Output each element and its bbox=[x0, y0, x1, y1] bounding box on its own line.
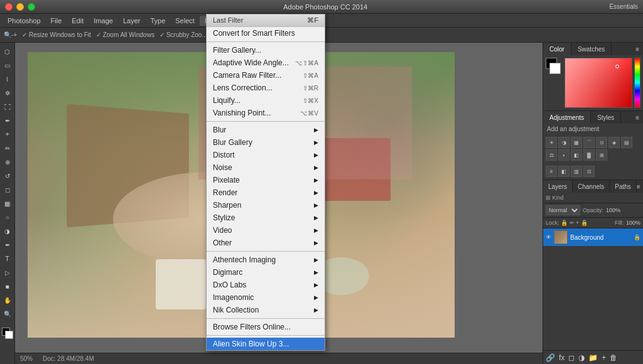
menu-vanishing-point[interactable]: Vanishing Point... ⌥⌘V bbox=[207, 107, 325, 119]
menu-video[interactable]: Video ▶ bbox=[207, 224, 325, 237]
menu-edit[interactable]: Edit bbox=[67, 16, 89, 26]
tab-adjustments[interactable]: Adjustments bbox=[543, 111, 591, 124]
tab-styles[interactable]: Styles bbox=[591, 111, 621, 124]
maximize-button[interactable] bbox=[28, 3, 35, 11]
menu-image[interactable]: Image bbox=[89, 16, 118, 26]
fg-bg-swatch[interactable] bbox=[546, 58, 562, 74]
color-panel-menu[interactable]: ≡ bbox=[635, 46, 643, 53]
menu-alien-skin[interactable]: Alien Skin Blow Up 3... bbox=[207, 338, 325, 350]
tool-type[interactable]: T bbox=[1, 252, 14, 265]
adj-bw[interactable]: ▪ bbox=[558, 149, 570, 161]
menu-layer[interactable]: Layer bbox=[118, 16, 146, 26]
tab-swatches[interactable]: Swatches bbox=[571, 43, 612, 55]
blend-mode-select[interactable]: Normal bbox=[546, 205, 580, 215]
tool-path-select[interactable]: ▷ bbox=[1, 266, 14, 279]
menu-file[interactable]: File bbox=[46, 16, 67, 26]
adj-exposure[interactable]: ⊙ bbox=[596, 137, 607, 148]
menu-convert-smart[interactable]: Convert for Smart Filters bbox=[207, 27, 325, 40]
menu-distort[interactable]: Distort ▶ bbox=[207, 149, 325, 161]
fg-bg-colors[interactable] bbox=[2, 328, 13, 339]
layers-adj-icon[interactable]: ◑ bbox=[578, 353, 585, 362]
layers-mask-icon[interactable]: ◻ bbox=[568, 353, 575, 362]
menu-dxo[interactable]: DxO Labs ▶ bbox=[207, 279, 325, 291]
tool-gradient[interactable]: ▦ bbox=[1, 197, 14, 210]
menu-type[interactable]: Type bbox=[145, 16, 170, 26]
layer-visibility-eye[interactable]: 👁 bbox=[546, 234, 551, 240]
layers-delete-icon[interactable]: 🗑 bbox=[610, 353, 617, 362]
menu-pixelate[interactable]: Pixelate ▶ bbox=[207, 174, 325, 186]
tab-channels[interactable]: Channels bbox=[573, 180, 610, 193]
menu-noise[interactable]: Noise ▶ bbox=[207, 161, 325, 174]
tool-hand[interactable]: ✋ bbox=[1, 294, 14, 306]
layers-link-icon[interactable]: 🔗 bbox=[546, 353, 555, 362]
tool-move[interactable]: ⬡ bbox=[1, 45, 14, 58]
menu-render[interactable]: Render ▶ bbox=[207, 186, 325, 199]
tool-crop[interactable]: ⛶ bbox=[1, 100, 14, 113]
tool-dodge[interactable]: ◑ bbox=[1, 225, 14, 237]
adj-threshold[interactable]: ◧ bbox=[558, 166, 570, 177]
adj-curves[interactable]: ⌒ bbox=[583, 137, 595, 148]
tool-history-brush[interactable]: ↺ bbox=[1, 169, 14, 182]
menu-liquify[interactable]: Liquify... ⇧⌘X bbox=[207, 94, 325, 107]
menu-lens-correction[interactable]: Lens Correction... ⇧⌘R bbox=[207, 82, 325, 94]
tool-heal[interactable]: ⌖ bbox=[1, 128, 14, 141]
adj-panel-menu[interactable]: ≡ bbox=[635, 114, 643, 121]
adj-levels[interactable]: ▦ bbox=[571, 137, 582, 148]
submenu-arrow: ▶ bbox=[314, 139, 318, 146]
menu-other[interactable]: Other ▶ bbox=[207, 237, 325, 249]
menu-item-label: Nik Collection bbox=[213, 306, 259, 314]
essentials-label[interactable]: Essentials bbox=[609, 3, 638, 10]
menu-photoshop[interactable]: Photoshop bbox=[3, 16, 46, 26]
tool-magic-wand[interactable]: ✲ bbox=[1, 87, 14, 99]
adj-brightness[interactable]: ☀ bbox=[546, 137, 557, 148]
main-layout: ⬡ ▭ ⌇ ✲ ⛶ ✒ ⌖ ✏ ⊕ ↺ ◻ ▦ ○ ◑ ✒ T ▷ ■ ✋ 🔍 bbox=[0, 43, 643, 364]
menu-stylize[interactable]: Stylize ▶ bbox=[207, 211, 325, 224]
fill-value: 100% bbox=[626, 220, 640, 226]
layers-panel-menu[interactable]: ≡ bbox=[637, 183, 643, 190]
menu-browse-online[interactable]: Browse Filters Online... bbox=[207, 321, 325, 333]
menu-select[interactable]: Select bbox=[170, 16, 200, 26]
hue-strip[interactable] bbox=[634, 58, 640, 108]
menu-blur-gallery[interactable]: Blur Gallery ▶ bbox=[207, 136, 325, 149]
tab-color[interactable]: Color bbox=[543, 43, 571, 55]
close-button[interactable] bbox=[5, 3, 13, 11]
layers-add-icon[interactable]: + bbox=[602, 353, 606, 362]
adj-posterize[interactable]: ≡ bbox=[546, 166, 557, 177]
tab-paths[interactable]: Paths bbox=[610, 180, 637, 193]
menu-nik[interactable]: Nik Collection ▶ bbox=[207, 304, 325, 316]
menu-blur[interactable]: Blur ▶ bbox=[207, 124, 325, 136]
menu-camera-raw[interactable]: Camera Raw Filter... ⇧⌘A bbox=[207, 69, 325, 82]
menu-sharpen[interactable]: Sharpen ▶ bbox=[207, 199, 325, 211]
layers-folder-icon[interactable]: 📁 bbox=[588, 353, 598, 362]
adj-gradient-map[interactable]: ▥ bbox=[571, 166, 582, 177]
color-gradient-picker[interactable] bbox=[565, 58, 632, 108]
minimize-button[interactable] bbox=[16, 3, 24, 11]
layer-background[interactable]: 👁 Background 🔒 bbox=[543, 228, 643, 246]
tool-pen[interactable]: ✒ bbox=[1, 238, 14, 251]
adj-channel[interactable]: ▓ bbox=[583, 149, 595, 161]
tool-blur[interactable]: ○ bbox=[1, 211, 14, 223]
tool-eyedropper[interactable]: ✒ bbox=[1, 114, 14, 127]
tool-zoom[interactable]: 🔍 bbox=[1, 308, 14, 320]
tool-shape[interactable]: ■ bbox=[1, 280, 14, 292]
tool-select[interactable]: ▭ bbox=[1, 59, 14, 72]
tool-lasso[interactable]: ⌇ bbox=[1, 73, 14, 85]
menu-digimarc[interactable]: Digimarc ▶ bbox=[207, 266, 325, 279]
adj-photo[interactable]: ◧ bbox=[571, 149, 582, 161]
menu-athentech[interactable]: Athentech Imaging ▶ bbox=[207, 254, 325, 266]
adj-selective[interactable]: ⊡ bbox=[583, 166, 595, 177]
adj-colorbalance[interactable]: ⚖ bbox=[546, 149, 557, 161]
layers-controls: ⊞ Kind bbox=[543, 193, 643, 203]
menu-imagenomic[interactable]: Imagenomic ▶ bbox=[207, 291, 325, 304]
tool-eraser[interactable]: ◻ bbox=[1, 183, 14, 196]
adj-hsl[interactable]: ▤ bbox=[621, 137, 632, 148]
adj-contrast[interactable]: ◑ bbox=[558, 137, 570, 148]
menu-adaptive-wide[interactable]: Adaptive Wide Angle... ⌥⇧⌘A bbox=[207, 56, 325, 69]
tab-layers[interactable]: Layers bbox=[543, 180, 573, 193]
menu-filter-gallery[interactable]: Filter Gallery... bbox=[207, 44, 325, 56]
adj-vibrance[interactable]: ◈ bbox=[608, 137, 620, 148]
layers-fx-icon[interactable]: fx bbox=[559, 353, 565, 362]
tool-brush[interactable]: ✏ bbox=[1, 142, 14, 154]
tool-clone[interactable]: ⊕ bbox=[1, 156, 14, 168]
adj-invert[interactable]: ⊞ bbox=[596, 149, 607, 161]
